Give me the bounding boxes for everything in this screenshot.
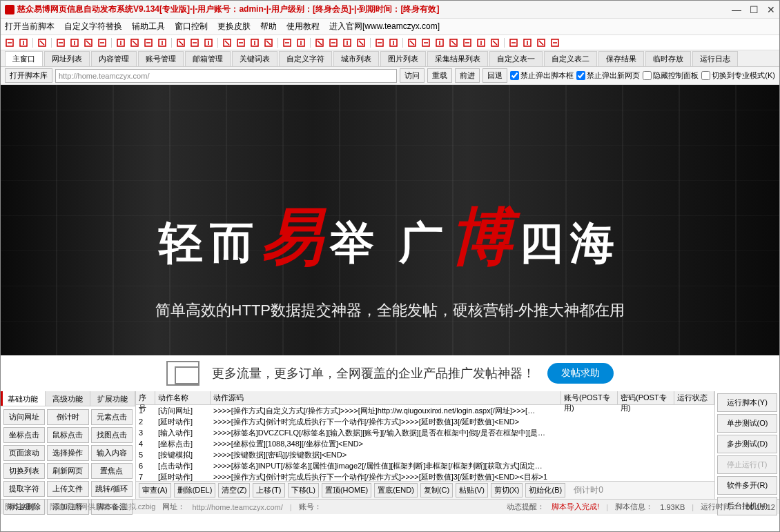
reload-button[interactable]: 重载 [427,68,452,83]
toolbar-icon[interactable] [449,38,458,48]
table-row[interactable]: 4[坐标点击]>>>>[坐标位置][1088,348][/坐标位置]<END> [136,438,714,449]
menu-item[interactable]: 窗口控制 [175,21,208,32]
open-script-lib-button[interactable]: 打开脚本库 [5,68,52,83]
action-button[interactable]: 初始化(B) [525,483,565,497]
col-name[interactable]: 动作名称 [155,391,211,404]
side-button[interactable]: 选择操作 [47,445,88,461]
toolbar-icon[interactable] [19,38,28,48]
main-tab[interactable]: 邮箱管理 [185,51,231,66]
side-button[interactable]: 置焦点 [91,463,133,479]
side-tab[interactable]: 高级功能 [46,391,90,406]
address-input[interactable] [55,69,397,83]
toolbar-icon[interactable] [116,38,126,48]
toolbar-icon[interactable] [407,38,417,48]
post-help-button[interactable]: 发帖求助 [547,363,614,384]
toolbar-icon[interactable] [356,38,366,48]
toolbar-icon[interactable] [536,38,546,48]
visit-button[interactable]: 访问 [400,68,425,83]
main-tab[interactable]: 保存结果 [598,51,644,66]
menu-item[interactable]: 更换皮肤 [217,21,251,32]
toolbar-icon[interactable] [84,38,93,48]
toolbar-icon[interactable] [144,38,153,48]
right-button[interactable]: 运行脚本(Y) [717,393,777,412]
toolbar-icon[interactable] [250,38,260,48]
toolbar-icon[interactable] [130,38,139,48]
main-tab[interactable]: 自定义表二 [544,51,597,66]
toolbar-icon[interactable] [523,38,532,48]
action-button[interactable]: 审查(A) [139,483,171,497]
main-tab[interactable]: 关键词表 [232,51,277,66]
toolbar-icon[interactable] [204,38,213,48]
side-button[interactable]: 倒计时 [47,409,88,425]
pro-mode-checkbox[interactable]: 切换到专业模式(K) [701,70,775,81]
side-tab[interactable]: 基础功能 [1,391,46,406]
toolbar-icon[interactable] [222,38,232,48]
toolbar-icon[interactable] [190,38,199,48]
menu-item[interactable]: 自定义字符替换 [64,21,122,32]
main-tab[interactable]: 账号管理 [138,51,184,66]
side-button[interactable]: 上传文件 [47,481,88,497]
side-button[interactable]: 跳转/循环 [91,481,133,497]
disable-popup-page-checkbox[interactable]: 禁止弹出新网页 [576,70,640,81]
forward-button[interactable]: 前进 [455,68,480,83]
back-button[interactable]: 回退 [482,68,507,83]
toolbar-icon[interactable] [462,38,472,48]
right-button[interactable]: 单步测试(O) [717,414,777,433]
side-button[interactable]: 输入内容 [91,445,133,461]
toolbar-icon[interactable] [37,38,47,48]
col-pwd[interactable]: 密码(POST专用) [618,391,674,404]
action-button[interactable]: 下移(L) [288,483,319,497]
main-tab[interactable]: 运行日志 [692,51,738,66]
menu-item[interactable]: 使用教程 [286,21,320,32]
toolbar-icon[interactable] [435,38,445,48]
action-button[interactable]: 粘贴(V) [456,483,488,497]
menu-item[interactable]: 打开当前脚本 [5,21,55,32]
col-src[interactable]: 动作源码 [211,391,561,404]
toolbar-icon[interactable] [490,38,500,48]
toolbar-icon[interactable] [236,38,246,48]
action-button[interactable]: 置底(END) [374,483,418,497]
side-tab[interactable]: 扩展功能 [90,391,135,406]
menu-item[interactable]: 进入官网[www.teamczyx.com] [329,21,440,32]
main-tab[interactable]: 城市列表 [333,51,379,66]
toolbar-icon[interactable] [282,38,292,48]
main-tab[interactable]: 自定义字符 [279,51,332,66]
side-button[interactable]: 访问网址 [3,409,45,425]
right-button[interactable]: 多步测试(D) [717,435,777,453]
toolbar-icon[interactable] [342,38,352,48]
toolbar-icon[interactable] [389,38,398,48]
toolbar-icon[interactable] [509,38,518,48]
right-button[interactable]: 软件多开(R) [717,476,777,495]
toolbar-icon[interactable] [375,38,384,48]
action-button[interactable]: 剪切(X) [491,483,523,497]
side-button[interactable]: 页面滚动 [3,445,45,461]
minimize-button[interactable]: — [732,4,741,15]
toolbar-icon[interactable] [315,38,324,48]
action-button[interactable]: 复制(C) [420,483,453,497]
menu-item[interactable]: 帮助 [260,21,277,32]
side-button[interactable]: 元素点击 [91,409,133,425]
col-post[interactable]: 账号(POST专用) [561,391,618,404]
main-tab[interactable]: 内容管理 [91,51,137,66]
side-button[interactable]: 提取字符 [3,481,45,497]
close-button[interactable]: ✕ [767,4,775,15]
disable-popup-script-checkbox[interactable]: 禁止弹出脚本框 [510,70,574,81]
action-button[interactable]: 上移(T) [253,483,284,497]
hide-control-panel-checkbox[interactable]: 隐藏控制面板 [643,70,699,81]
table-row[interactable]: 6[点击动作]>>>>[标签名]INPUT[/标签名][属性值]image2[/… [136,460,714,471]
main-tab[interactable]: 采集结果列表 [427,51,488,66]
action-button[interactable]: 置顶(HOME) [322,483,371,497]
table-row[interactable]: 7[延时动作]>>>>[操作方式]倒计时完成后执行下一个动作[/操作方式]>>>… [136,471,714,481]
side-button[interactable]: 鼠标点击 [47,427,88,443]
main-tab[interactable]: 自定义表一 [489,51,543,66]
toolbar-icon[interactable] [56,38,66,48]
toolbar-icon[interactable] [97,38,107,48]
table-row[interactable]: 2[延时动作]>>>>[操作方式]倒计时完成后执行下一个动作[/操作方式]>>>… [136,416,714,427]
menu-item[interactable]: 辅助工具 [132,21,165,32]
table-row[interactable]: 1[访问网址]>>>>[操作方式]自定义方式[/操作方式]>>>>[网址]htt… [136,405,714,416]
toolbar-icon[interactable] [550,38,560,48]
table-row[interactable]: 5[按键模拟]>>>>[按键数据][密码][/按键数据]<END> [136,449,714,460]
toolbar-icon[interactable] [476,38,486,48]
action-button[interactable]: 删除(DEL) [174,483,216,497]
side-button[interactable]: 刷新网页 [47,463,88,479]
